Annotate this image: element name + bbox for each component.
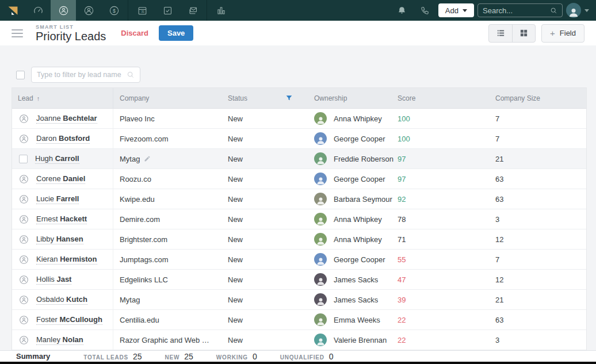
table-row[interactable]: Libby Hansen Brightster.com New Anna Whi… bbox=[12, 229, 586, 250]
lead-status-icon[interactable] bbox=[19, 174, 29, 184]
lead-status: New bbox=[222, 316, 300, 324]
lead-name-link[interactable]: Lucie Farrell bbox=[36, 194, 79, 204]
owner-avatar bbox=[314, 193, 327, 205]
select-all-checkbox[interactable] bbox=[16, 71, 25, 79]
owner-name: Valerie Brennan bbox=[334, 336, 387, 344]
lead-name-link[interactable]: Manley Nolan bbox=[36, 335, 83, 345]
sort-ascending-icon[interactable]: ↑ bbox=[37, 95, 40, 102]
list-view-button[interactable] bbox=[489, 25, 512, 42]
column-header-company-size[interactable]: Company Size bbox=[490, 94, 586, 102]
user-menu[interactable] bbox=[566, 3, 589, 18]
nav-item-opportunities[interactable]: $ bbox=[101, 0, 127, 21]
table-row[interactable]: Manley Nolan Razor Graphic and Web Desig… bbox=[12, 330, 586, 350]
global-search[interactable] bbox=[477, 3, 563, 17]
table-row[interactable]: Joanne Bechtelar Plaveo Inc New Anna Whi… bbox=[12, 109, 586, 129]
owner-name: Anna Whipkey bbox=[334, 215, 382, 224]
column-header-status[interactable]: Status bbox=[222, 94, 300, 102]
lead-name-link[interactable]: Libby Hansen bbox=[36, 235, 83, 244]
discard-button[interactable]: Discard bbox=[121, 29, 148, 37]
column-header-score[interactable]: Score bbox=[392, 94, 490, 102]
table-row[interactable]: Osbaldo Kutch Mytag New James Sacks 39 2… bbox=[12, 290, 586, 310]
save-button[interactable]: Save bbox=[159, 25, 193, 41]
brand-logo[interactable] bbox=[0, 0, 25, 21]
chevron-down-icon bbox=[584, 9, 589, 12]
filter-bar bbox=[12, 66, 587, 83]
column-header-company[interactable]: Company bbox=[113, 94, 222, 102]
nav-item-reports[interactable] bbox=[208, 0, 234, 21]
owner-name: Barbara Seymour bbox=[334, 195, 392, 204]
table-row[interactable]: Lucie Farrell Kwipe.edu New Barbara Seym… bbox=[12, 189, 586, 209]
company-size-value: 63 bbox=[490, 195, 586, 204]
lead-name-link[interactable]: Joanne Bechtelar bbox=[36, 114, 97, 124]
lead-status-icon[interactable] bbox=[19, 235, 29, 244]
lead-filter[interactable] bbox=[31, 67, 140, 83]
table-row[interactable]: Daron Botsford Fivezoom.com New George C… bbox=[12, 129, 586, 149]
menu-icon[interactable] bbox=[12, 29, 23, 37]
lead-filter-input[interactable] bbox=[37, 71, 123, 79]
search-input[interactable] bbox=[483, 6, 547, 15]
owner-avatar bbox=[314, 152, 327, 165]
avatar bbox=[566, 3, 581, 18]
nav-item-calendar[interactable]: 31 bbox=[129, 0, 155, 21]
company-name: Plaveo Inc bbox=[120, 114, 155, 123]
column-header-ownership[interactable]: Ownership bbox=[300, 94, 392, 102]
chevron-down-icon bbox=[463, 9, 467, 12]
company-name: Brightster.com bbox=[120, 235, 167, 244]
lead-name-link[interactable]: Daron Botsford bbox=[36, 134, 90, 144]
lead-status-icon[interactable] bbox=[19, 114, 29, 124]
owner-name: Anna Whipkey bbox=[334, 114, 382, 123]
lead-status-icon[interactable] bbox=[19, 295, 29, 305]
notifications-bell-icon[interactable] bbox=[392, 0, 412, 21]
lead-status-icon[interactable] bbox=[19, 255, 29, 265]
lead-status-icon[interactable] bbox=[19, 275, 29, 285]
column-header-lead[interactable]: Lead ↑ bbox=[12, 88, 113, 108]
row-checkbox[interactable] bbox=[19, 155, 28, 163]
lead-name-link[interactable]: Osbaldo Kutch bbox=[36, 295, 87, 305]
nav-item-inbox[interactable] bbox=[180, 0, 205, 21]
owner-avatar bbox=[314, 233, 327, 246]
table-row[interactable]: Foster McCullough Centilia.edu New Emma … bbox=[12, 310, 586, 330]
score-value: 78 bbox=[392, 215, 490, 224]
nav-item-contacts[interactable] bbox=[76, 0, 101, 21]
nav-item-leads[interactable] bbox=[51, 0, 76, 21]
table-row[interactable]: Hugh Carroll Mytag New Freddie Roberson … bbox=[12, 149, 586, 169]
add-field-button[interactable]: + Field bbox=[541, 24, 584, 43]
lead-name-link[interactable]: Foster McCullough bbox=[36, 315, 102, 325]
nav-divider bbox=[128, 0, 128, 21]
phone-icon[interactable] bbox=[415, 0, 435, 21]
company-name: Jumptags.com bbox=[120, 255, 169, 264]
lead-name-link[interactable]: Hollis Jast bbox=[36, 275, 71, 285]
lead-status-icon[interactable] bbox=[19, 194, 29, 204]
table-row[interactable]: Corene Daniel Roozu.co New George Cooper… bbox=[12, 169, 586, 189]
nav-item-tasks[interactable] bbox=[155, 0, 180, 21]
lead-status-icon[interactable] bbox=[19, 134, 29, 144]
owner-avatar bbox=[314, 293, 327, 306]
edit-pencil-icon[interactable] bbox=[144, 155, 151, 162]
table-row[interactable]: Kieran Hermiston Jumptags.com New George… bbox=[12, 250, 586, 270]
lead-status: New bbox=[222, 215, 300, 224]
dashboard-gauge-icon[interactable] bbox=[25, 0, 51, 21]
stat-unqualified: UNQUALIFIED 0 bbox=[280, 352, 334, 361]
lead-status-icon[interactable] bbox=[19, 315, 29, 325]
grid-view-icon bbox=[519, 29, 528, 37]
add-button[interactable]: Add bbox=[438, 3, 474, 17]
lead-name-link[interactable]: Hugh Carroll bbox=[35, 154, 79, 164]
owner-name: James Sacks bbox=[334, 296, 378, 304]
company-size-value: 7 bbox=[490, 135, 586, 143]
lead-name-link[interactable]: Corene Daniel bbox=[36, 174, 85, 184]
company-name: Demire.com bbox=[120, 215, 160, 224]
table-row[interactable]: Ernest Hackett Demire.com New Anna Whipk… bbox=[12, 209, 586, 229]
lead-status-icon[interactable] bbox=[19, 214, 29, 224]
score-value: 100 bbox=[392, 135, 490, 143]
summary-title: Summary bbox=[16, 352, 50, 361]
filter-funnel-icon[interactable] bbox=[285, 94, 293, 102]
table-body: Joanne Bechtelar Plaveo Inc New Anna Whi… bbox=[12, 109, 586, 350]
table-row[interactable]: Hollis Jast Edgelinks LLC New James Sack… bbox=[12, 270, 586, 290]
grid-view-button[interactable] bbox=[512, 25, 535, 42]
lead-name-link[interactable]: Kieran Hermiston bbox=[36, 255, 97, 265]
stat-total-leads: TOTAL LEADS 25 bbox=[83, 352, 142, 361]
lead-status: New bbox=[222, 195, 300, 204]
lead-name-link[interactable]: Ernest Hackett bbox=[36, 214, 87, 224]
owner-name: George Cooper bbox=[334, 175, 385, 183]
lead-status-icon[interactable] bbox=[19, 335, 29, 345]
